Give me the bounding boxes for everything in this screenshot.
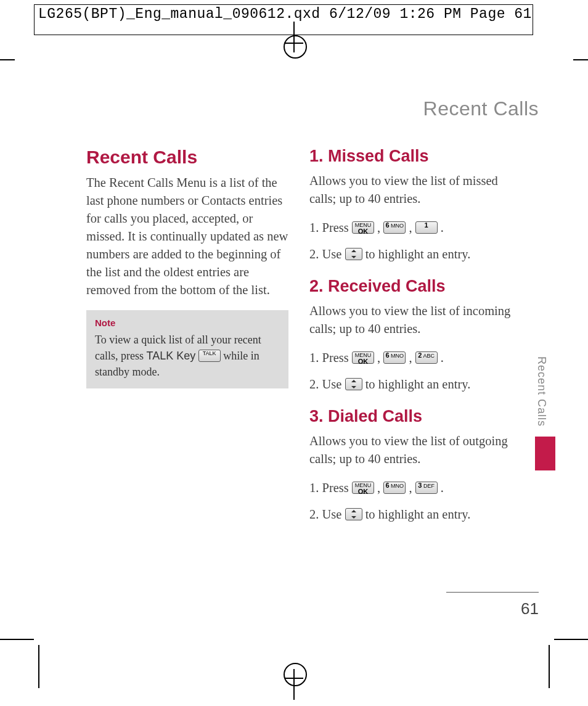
dialed-step-2: 2. Use to highlight an entry. (309, 506, 512, 523)
six-key-icon: 6 MNO (383, 482, 406, 494)
running-head: Recent Calls (423, 97, 539, 120)
note-label: Note (95, 318, 280, 328)
two-key-icon: 2 ABC (415, 351, 438, 364)
registration-mark-bottom (293, 685, 295, 700)
nav-key-icon (345, 378, 362, 390)
dialed-desc: Allows you to view the list of outgoing … (309, 432, 512, 468)
trim-mark (38, 645, 39, 688)
talk-key-icon: TALK (198, 350, 221, 362)
trim-mark (549, 645, 550, 688)
step-tail: to highlight an entry. (362, 507, 471, 521)
one-key-icon: 1 (415, 221, 438, 234)
note-body: To view a quick list of all your recent … (95, 332, 280, 380)
three-key-icon: 3 DEF (415, 482, 438, 494)
sep: , (406, 481, 415, 495)
nav-key-icon (345, 248, 362, 260)
side-tab-color-bar (535, 437, 555, 470)
registration-mark-top (293, 22, 295, 36)
menu-ok-key-icon: MENUOK (352, 351, 374, 364)
step-tail: to highlight an entry. (362, 247, 471, 261)
received-step-1: 1. Press MENUOK , 6 MNO , 2 ABC . (309, 349, 512, 367)
sep: , (374, 481, 383, 495)
talk-key-text: TALK Key (146, 350, 195, 362)
page-number: 61 (521, 599, 539, 618)
trim-mark (573, 59, 588, 60)
period: . (438, 351, 444, 364)
received-step-2: 2. Use to highlight an entry. (309, 376, 512, 393)
menu-ok-key-icon: MENUOK (352, 221, 374, 234)
dialed-step-1: 1. Press MENUOK , 6 MNO , 3 DEF . (309, 479, 512, 497)
step-text: 1. Press (309, 221, 352, 234)
six-key-icon: 6 MNO (383, 351, 406, 364)
sep: , (406, 221, 415, 234)
missed-step-2: 2. Use to highlight an entry. (309, 245, 512, 263)
six-key-icon: 6 MNO (383, 221, 406, 234)
side-tab-label: Recent Calls (535, 351, 548, 432)
menu-ok-key-icon: MENUOK (352, 482, 374, 494)
section-heading-received: 2. Received Calls (309, 277, 512, 296)
sep: , (406, 351, 415, 364)
trim-mark (554, 639, 588, 640)
content-columns: Recent Calls The Recent Calls Menu is a … (86, 147, 512, 532)
intro-paragraph: The Recent Calls Menu is a list of the l… (86, 174, 288, 299)
step-text: 1. Press (309, 481, 352, 495)
trim-mark (0, 639, 34, 640)
folio-rule (446, 592, 539, 593)
received-desc: Allows you to view the list of incoming … (309, 302, 512, 338)
period: . (438, 481, 444, 495)
manual-page: LG265(BPT)_Eng_manual_090612.qxd 6/12/09… (0, 0, 588, 706)
period: . (438, 221, 444, 234)
sep: , (374, 221, 383, 234)
nav-key-icon (345, 508, 362, 520)
left-column: Recent Calls The Recent Calls Menu is a … (86, 147, 288, 532)
trim-mark (0, 59, 15, 60)
section-heading-recent-calls: Recent Calls (86, 147, 288, 168)
step-text: 2. Use (309, 507, 345, 521)
step-text: 2. Use (309, 377, 345, 391)
step-tail: to highlight an entry. (362, 377, 471, 391)
side-tab: Recent Calls (535, 351, 555, 481)
right-column: 1. Missed Calls Allows you to view the l… (309, 147, 512, 532)
sep: , (374, 351, 383, 364)
section-heading-missed: 1. Missed Calls (309, 147, 512, 166)
print-slug: LG265(BPT)_Eng_manual_090612.qxd 6/12/09… (38, 6, 532, 22)
note-box: Note To view a quick list of all your re… (86, 310, 288, 388)
section-heading-dialed: 3. Dialed Calls (309, 407, 512, 426)
step-text: 1. Press (309, 351, 352, 364)
missed-step-1: 1. Press MENUOK , 6 MNO , 1 . (309, 219, 512, 237)
step-text: 2. Use (309, 247, 345, 261)
missed-desc: Allows you to view the list of missed ca… (309, 172, 512, 208)
